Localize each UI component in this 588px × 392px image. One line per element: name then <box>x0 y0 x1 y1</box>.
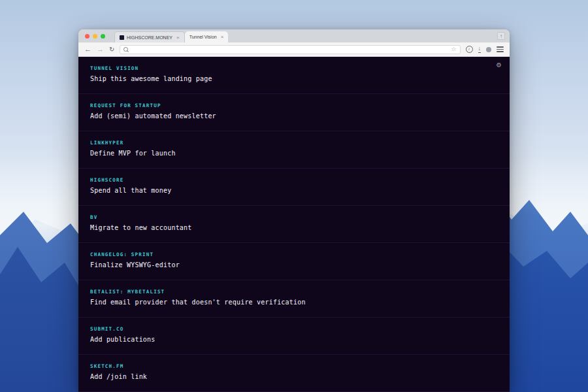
page-content: ⚙ TUNNEL VISION Ship this awesome landin… <box>78 57 510 392</box>
task-row[interactable]: CHANGELOG: SPRINT Finalize WYSWYG-editor <box>78 243 510 280</box>
forward-button[interactable]: → <box>97 46 104 53</box>
item-task: Find email provider that doesn't require… <box>90 299 498 306</box>
item-task: Add /join link <box>90 373 498 380</box>
task-row[interactable]: BV Migrate to new accountant <box>78 206 510 243</box>
download-icon[interactable]: ↓ <box>478 46 482 53</box>
tab-strip-button[interactable]: ↑ <box>497 32 505 40</box>
browser-window: HIGHSCORE.MONEY × Tunnel Vision × ↑ ← → … <box>78 29 510 392</box>
item-task: Ship this awesome landing page <box>90 75 498 82</box>
search-icon <box>123 47 128 52</box>
tab-label: HIGHSCORE.MONEY <box>127 35 172 40</box>
back-button[interactable]: ← <box>84 46 91 53</box>
task-list: TUNNEL VISION Ship this awesome landing … <box>78 57 510 392</box>
tab-tunnel-vision[interactable]: Tunnel Vision × <box>185 31 229 42</box>
settings-gear-icon[interactable]: ⚙ <box>497 61 501 69</box>
menu-icon[interactable] <box>497 46 504 52</box>
bookmark-star-icon[interactable]: ☆ <box>451 46 456 52</box>
window-controls <box>85 29 105 42</box>
zoom-window-button[interactable] <box>101 34 105 39</box>
tab-favicon-icon <box>120 35 124 40</box>
task-row[interactable]: TUNNEL VISION Ship this awesome landing … <box>78 57 510 94</box>
close-tab-icon[interactable]: × <box>221 34 224 40</box>
address-bar[interactable]: ☆ <box>120 45 460 54</box>
item-project: HIGHSCORE <box>90 177 498 183</box>
tab-label: Tunnel Vision <box>189 35 217 39</box>
item-task: Spend all that money <box>90 187 498 194</box>
task-row[interactable]: HIGHSCORE Spend all that money <box>78 169 510 206</box>
task-row[interactable]: SUBMIT.CO Add publications <box>78 318 510 355</box>
item-project: REQUEST FOR STARTUP <box>90 103 498 108</box>
tab-highscore-money[interactable]: HIGHSCORE.MONEY × <box>114 31 185 42</box>
item-task: Define MVP for launch <box>90 150 498 157</box>
minimize-window-button[interactable] <box>93 34 97 39</box>
browser-toolbar: ← → ↻ ☆ i ↓ <box>78 42 510 57</box>
item-task: Migrate to new accountant <box>90 224 498 231</box>
tab-strip: HIGHSCORE.MONEY × Tunnel Vision × ↑ <box>78 29 510 42</box>
item-project: CHANGELOG: SPRINT <box>90 252 498 257</box>
close-window-button[interactable] <box>85 34 90 39</box>
item-project: BETALIST: MYBETALIST <box>90 289 498 295</box>
item-task: Finalize WYSWYG-editor <box>90 261 498 269</box>
info-icon[interactable]: i <box>466 46 473 53</box>
item-project: BV <box>90 214 498 220</box>
item-task: Add (semi) automated newsletter <box>90 112 498 120</box>
extension-dot-icon[interactable] <box>486 47 491 52</box>
item-task: Add publications <box>90 336 498 343</box>
item-project: LINKHYPER <box>90 140 498 146</box>
reload-button[interactable]: ↻ <box>109 46 114 53</box>
task-row[interactable]: REQUEST FOR STARTUP Add (semi) automated… <box>78 94 510 131</box>
task-row[interactable]: LINKHYPER Define MVP for launch <box>78 131 510 169</box>
task-row[interactable]: BETALIST: MYBETALIST Find email provider… <box>78 280 510 318</box>
item-project: TUNNEL VISION <box>90 65 498 71</box>
item-project: SKETCH.FM <box>90 363 498 369</box>
task-row[interactable]: SKETCH.FM Add /join link <box>78 355 510 392</box>
close-tab-icon[interactable]: × <box>176 35 180 41</box>
item-project: SUBMIT.CO <box>90 326 498 332</box>
